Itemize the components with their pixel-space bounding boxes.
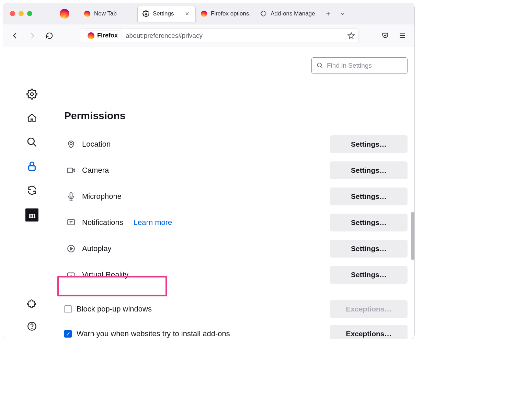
- camera-icon: [66, 166, 76, 175]
- permissions-heading: Permissions: [64, 110, 408, 122]
- tab-addons-manager[interactable]: Add-ons Manage: [255, 6, 320, 22]
- svg-point-6: [318, 63, 322, 67]
- search-placeholder: Find in Settings: [327, 62, 372, 69]
- title-bar: New Tab Settings Firefox options,: [3, 3, 414, 24]
- svg-rect-8: [67, 168, 72, 173]
- forward-button[interactable]: [26, 30, 38, 42]
- gear-icon: [142, 10, 149, 17]
- svg-rect-3: [29, 166, 35, 170]
- tab-new-tab[interactable]: New Tab: [79, 6, 137, 22]
- permission-label: Notifications: [82, 218, 123, 227]
- maximize-window-button[interactable]: [27, 11, 32, 16]
- vr-settings-button[interactable]: Settings…: [330, 266, 408, 284]
- settings-main: Find in Settings Permissions Location Se…: [61, 47, 414, 339]
- sidebar-help-icon[interactable]: [26, 320, 38, 332]
- browser-window: New Tab Settings Firefox options,: [3, 3, 415, 339]
- url-text: about:preferences#privacy: [126, 32, 343, 39]
- firefox-icon: [60, 9, 69, 19]
- tab-label: Add-ons Manage: [271, 10, 315, 17]
- permission-label: Virtual Reality: [82, 270, 128, 279]
- permission-label: Autoplay: [82, 244, 112, 253]
- back-button[interactable]: [9, 30, 21, 42]
- search-icon: [317, 62, 323, 69]
- permission-microphone-row: Microphone Settings…: [64, 183, 408, 209]
- tab-firefox-options[interactable]: Firefox options,: [196, 6, 255, 22]
- tab-settings[interactable]: Settings: [137, 6, 196, 22]
- save-to-pocket-button[interactable]: [379, 30, 391, 42]
- notifications-learn-more-link[interactable]: Learn more: [134, 218, 172, 227]
- svg-rect-9: [70, 193, 72, 197]
- traffic-lights: [3, 11, 46, 16]
- block-popups-label: Block pop-up windows: [77, 305, 152, 314]
- location-settings-button[interactable]: Settings…: [330, 135, 408, 153]
- new-tab-button[interactable]: [322, 8, 334, 20]
- close-tab-button[interactable]: [184, 11, 191, 16]
- block-popups-checkbox[interactable]: [64, 305, 72, 313]
- firefox-icon: [84, 10, 91, 17]
- svg-point-2: [28, 138, 34, 145]
- bookmark-star-button[interactable]: [347, 32, 355, 39]
- list-all-tabs-button[interactable]: [336, 8, 349, 20]
- microphone-icon: [66, 192, 76, 201]
- svg-point-7: [70, 143, 72, 145]
- extension-icon: [260, 10, 267, 17]
- section-divider: [64, 100, 408, 100]
- location-icon: [66, 140, 76, 149]
- settings-sidebar: m: [3, 47, 61, 339]
- category-privacy-icon[interactable]: [26, 160, 38, 172]
- category-search-icon[interactable]: [26, 136, 38, 148]
- site-identity[interactable]: Firefox: [84, 30, 122, 41]
- firefox-icon: [201, 10, 207, 17]
- warn-addons-row: ✓ Warn you when websites try to install …: [64, 321, 408, 339]
- sidebar-extensions-icon[interactable]: [26, 298, 38, 310]
- identity-label: Firefox: [97, 32, 118, 39]
- block-popups-row: Block pop-up windows Exceptions…: [64, 297, 408, 321]
- microphone-settings-button[interactable]: Settings…: [330, 188, 408, 205]
- permission-autoplay-row: Autoplay Settings…: [64, 236, 408, 262]
- close-window-button[interactable]: [10, 11, 15, 16]
- svg-point-5: [32, 328, 32, 329]
- svg-point-0: [145, 13, 147, 15]
- notifications-icon: [66, 218, 76, 227]
- scrollbar-thumb[interactable]: [411, 212, 414, 260]
- permission-label: Location: [82, 140, 111, 149]
- tab-label: Settings: [153, 10, 181, 17]
- nav-toolbar: Firefox about:preferences#privacy: [3, 24, 414, 47]
- autoplay-icon: [66, 244, 76, 253]
- svg-rect-10: [68, 219, 75, 225]
- permission-location-row: Location Settings…: [64, 131, 408, 157]
- permission-camera-row: Camera Settings…: [64, 157, 408, 183]
- tab-strip: New Tab Settings Firefox options,: [79, 3, 414, 24]
- svg-point-1: [31, 93, 33, 95]
- warn-addons-label: Warn you when websites try to install ad…: [77, 329, 230, 338]
- category-home-icon[interactable]: [26, 112, 38, 124]
- minimize-window-button[interactable]: [19, 11, 24, 16]
- app-menu-button[interactable]: [397, 30, 408, 42]
- notifications-settings-button[interactable]: Settings…: [330, 214, 408, 231]
- tab-label: Firefox options,: [211, 10, 251, 17]
- permission-label: Microphone: [82, 192, 122, 201]
- vr-icon: [66, 270, 76, 279]
- block-popups-exceptions-button[interactable]: Exceptions…: [330, 300, 408, 318]
- warn-addons-checkbox[interactable]: ✓: [64, 330, 72, 338]
- url-bar[interactable]: Firefox about:preferences#privacy: [80, 29, 359, 43]
- permission-notifications-row: Notifications Learn more Settings…: [64, 209, 408, 236]
- category-more-from-mozilla-icon[interactable]: m: [25, 208, 38, 222]
- permission-vr-row: Virtual Reality Settings…: [64, 262, 408, 288]
- category-sync-icon[interactable]: [26, 184, 38, 196]
- find-in-settings-input[interactable]: Find in Settings: [311, 57, 408, 74]
- tab-label: New Tab: [94, 10, 133, 17]
- settings-content: m Find in Settings Permissions: [3, 47, 414, 339]
- firefox-icon: [88, 32, 94, 39]
- camera-settings-button[interactable]: Settings…: [330, 161, 408, 179]
- warn-addons-exceptions-button[interactable]: Exceptions…: [330, 325, 408, 339]
- category-general-icon[interactable]: [26, 88, 38, 100]
- permission-label: Camera: [82, 166, 109, 175]
- reload-button[interactable]: [44, 30, 55, 42]
- autoplay-settings-button[interactable]: Settings…: [330, 240, 408, 258]
